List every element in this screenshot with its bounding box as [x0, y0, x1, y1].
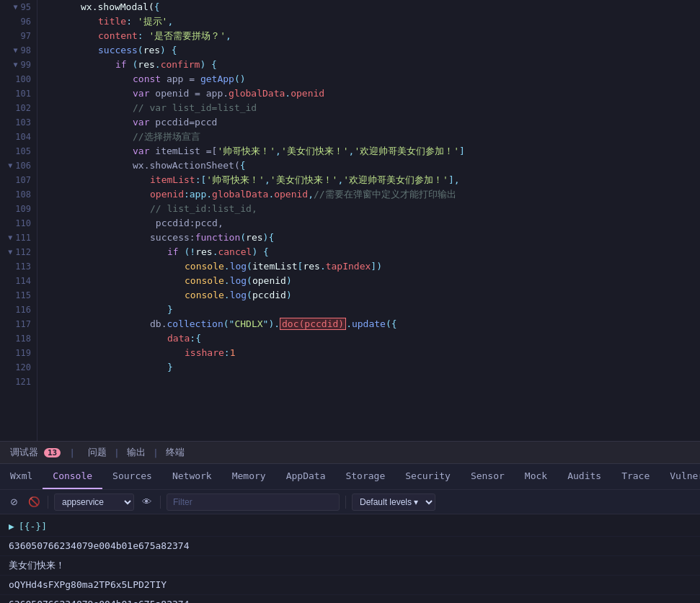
- console-entry-0: ▶ [{-}]: [0, 517, 700, 537]
- line-num-121: 121: [3, 375, 31, 389]
- line-num-118: 118: [3, 331, 31, 346]
- line-num-99: ▼99: [3, 58, 31, 72]
- toolbar-divider-1: [48, 496, 48, 509]
- code-line-102: // var list_id=list_id: [43, 101, 694, 115]
- eye-button[interactable]: 👁: [138, 494, 154, 510]
- tab-sensor[interactable]: Sensor: [461, 464, 515, 489]
- levels-selector[interactable]: Default levels ▾ Verbose Info Warnings E…: [352, 493, 435, 511]
- devtools-container: Wxml Console Sources Network Memory AppD…: [0, 464, 700, 603]
- line-num-105: 105: [3, 144, 31, 158]
- console-toolbar: ⊘ 🚫 appservice webviewLayer 👁 Default le…: [0, 490, 700, 514]
- tab-sources[interactable]: Sources: [102, 464, 162, 489]
- line-num-117: 117: [3, 317, 31, 331]
- line-num-100: 100: [3, 72, 31, 86]
- code-line-116: }: [43, 303, 694, 317]
- console-text-0: [{-}]: [19, 519, 47, 534]
- line-num-96: 96: [3, 14, 31, 29]
- code-line-103: var pccdid=pccd: [43, 115, 694, 130]
- fold-arrow-95[interactable]: ▼: [11, 0, 18, 14]
- code-line-106: wx.showActionSheet({: [43, 158, 694, 173]
- tab-trace[interactable]: Trace: [611, 464, 660, 489]
- line-num-115: 115: [3, 288, 31, 303]
- code-line-100: const app = getApp(): [43, 72, 694, 86]
- console-text-4: 636050766234079e004b01e675a82374: [9, 597, 189, 603]
- tab-appdata[interactable]: AppData: [276, 464, 336, 489]
- line-num-103: 103: [3, 115, 31, 130]
- service-selector[interactable]: appservice webviewLayer: [54, 493, 134, 511]
- code-line-120: }: [43, 360, 694, 375]
- tab-network[interactable]: Network: [162, 464, 222, 489]
- code-line-111: success:function(res){: [43, 231, 694, 245]
- line-num-107: 107: [3, 173, 31, 187]
- console-entry-2: 美女们快来！: [0, 556, 700, 576]
- line-num-110: 110: [3, 216, 31, 231]
- code-editor: ▼95 96 97 ▼98 ▼99 100 101 102 103 104 10…: [0, 0, 700, 441]
- clear-console-button[interactable]: 🚫: [26, 494, 42, 510]
- debugger-badge: 13: [44, 448, 61, 457]
- code-line-109: // list_id:list_id,: [43, 202, 694, 216]
- panel-label-debugger[interactable]: 调试器: [6, 446, 43, 459]
- code-line-95: wx.showModal({: [43, 0, 694, 14]
- line-num-120: 120: [3, 360, 31, 375]
- console-entry-4: 636050766234079e004b01e675a82374: [0, 595, 700, 603]
- stop-button[interactable]: ⊘: [6, 494, 22, 510]
- code-line-121: [43, 375, 694, 389]
- console-text-3: oQYHd4sFXPg80ma2TP6x5LPD2TIY: [9, 578, 167, 592]
- code-content-area[interactable]: wx.showModal({ title: '提示', content: '是否…: [37, 0, 700, 441]
- console-output[interactable]: ▶ [{-}] 636050766234079e004b01e675a82374…: [0, 514, 700, 603]
- code-line-115: console.log(pccdid): [43, 288, 694, 303]
- tab-security[interactable]: Security: [395, 464, 461, 489]
- line-num-116: 116: [3, 303, 31, 317]
- line-num-102: 102: [3, 101, 31, 115]
- toolbar-divider-2: [160, 496, 161, 509]
- code-line-108: openid:app.globalData.openid,//需要在弹窗中定义才…: [43, 187, 694, 202]
- code-line-110: pccdid:pccd,: [43, 216, 694, 231]
- code-line-105: var itemList =['帅哥快来！','美女们快来！','欢迎帅哥美女们…: [43, 144, 694, 158]
- line-num-104: 104: [3, 130, 31, 144]
- console-entry-3: oQYHd4sFXPg80ma2TP6x5LPD2TIY: [0, 576, 700, 595]
- tab-audits[interactable]: Audits: [557, 464, 611, 489]
- code-line-107: itemList:['帅哥快来！','美女们快来！','欢迎帅哥美女们参加！']…: [43, 173, 694, 187]
- line-numbers: ▼95 96 97 ▼98 ▼99 100 101 102 103 104 10…: [0, 0, 37, 441]
- line-num-112: ▼112: [3, 245, 31, 259]
- devtools-panel-bar: 调试器 13 | 问题 | 输出 | 终端: [0, 441, 700, 464]
- code-line-117: db.collection("CHDLX").doc(pccdid).updat…: [43, 317, 694, 331]
- code-line-101: var openid = app.globalData.openid: [43, 86, 694, 101]
- line-num-111: ▼111: [3, 231, 31, 245]
- line-num-95: ▼95: [3, 0, 31, 14]
- line-num-106: ▼106: [3, 158, 31, 173]
- panel-label-issues[interactable]: 问题: [84, 446, 111, 459]
- code-line-99: if (res.confirm) {: [43, 58, 694, 72]
- tab-vulnerability[interactable]: Vulnerability: [660, 464, 700, 489]
- line-num-101: 101: [3, 86, 31, 101]
- code-line-112: if (!res.cancel) {: [43, 245, 694, 259]
- line-num-114: 114: [3, 274, 31, 288]
- panel-label-terminal[interactable]: 终端: [161, 446, 189, 459]
- code-line-104: //选择拼场宣言: [43, 130, 694, 144]
- code-line-119: isshare:1: [43, 346, 694, 360]
- code-line-114: console.log(openid): [43, 274, 694, 288]
- tab-memory[interactable]: Memory: [222, 464, 276, 489]
- code-line-97: content: '是否需要拼场？',: [43, 29, 694, 43]
- filter-input[interactable]: [167, 493, 340, 511]
- code-line-98: success(res) {: [43, 43, 694, 58]
- line-num-98: ▼98: [3, 43, 31, 58]
- console-text-1: 636050766234079e004b01e675a82374: [9, 539, 189, 553]
- line-num-108: 108: [3, 187, 31, 202]
- console-text-2: 美女们快来！: [9, 558, 65, 573]
- console-tabs-bar: Wxml Console Sources Network Memory AppD…: [0, 464, 700, 490]
- line-num-113: 113: [3, 259, 31, 274]
- tab-console[interactable]: Console: [43, 464, 102, 489]
- tab-mock[interactable]: Mock: [515, 464, 557, 489]
- panel-label-output[interactable]: 输出: [123, 446, 150, 459]
- code-line-118: data:{: [43, 331, 694, 346]
- expand-icon-0[interactable]: ▶: [9, 519, 14, 534]
- code-line-113: console.log(itemList[res.tapIndex]): [43, 259, 694, 274]
- line-num-97: 97: [3, 29, 31, 43]
- toolbar-divider-3: [345, 496, 346, 509]
- line-num-119: 119: [3, 346, 31, 360]
- tab-wxml[interactable]: Wxml: [0, 464, 43, 489]
- line-num-109: 109: [3, 202, 31, 216]
- console-entry-1: 636050766234079e004b01e675a82374: [0, 537, 700, 556]
- tab-storage[interactable]: Storage: [335, 464, 395, 489]
